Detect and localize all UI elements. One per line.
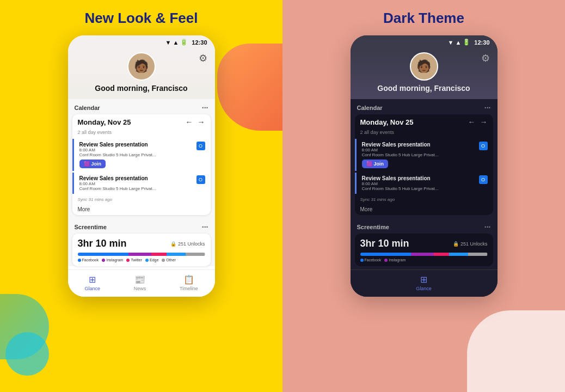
screentime-time-dark: 3hr 10 min [360, 238, 409, 249]
prev-arrow-dark[interactable]: ← [468, 118, 476, 126]
calendar-date-row-dark: Monday, Nov 25 ← → [355, 114, 493, 130]
greeting-light: Good morning, Francisco [95, 84, 187, 93]
ig-label-dark: Instagram [389, 258, 406, 262]
ed-dot [145, 259, 149, 262]
event-2-time-light: 8:00 AM [79, 181, 194, 186]
ed-label: Edge [150, 258, 158, 262]
glance-icon-light: ⊞ [89, 274, 96, 285]
battery-icon: 🔋 [180, 39, 188, 46]
nav-news-light[interactable]: 📰 News [134, 274, 146, 291]
screentime-label-dark: Screentime [357, 224, 389, 230]
event-1-title-light: Review Sales presentation [79, 142, 194, 148]
legend-ot-light: Other [162, 258, 176, 262]
event-1-light: Review Sales presentation 8:00 AM Conf R… [72, 139, 211, 171]
prev-arrow-light[interactable]: ← [186, 118, 193, 126]
calendar-section-header-light: Calendar ··· [68, 99, 215, 114]
next-arrow-light[interactable]: → [198, 118, 205, 126]
ig-progress [128, 253, 151, 256]
more-btn-light[interactable]: More [72, 204, 211, 215]
right-panel: Dark Theme ▼ ▲ 🔋 12:30 ⚙ 🧑🏾 Good morning… [282, 0, 565, 392]
next-arrow-dark[interactable]: → [480, 118, 488, 126]
progress-bar-dark [360, 253, 488, 256]
avatar-face-light: 🧑🏾 [128, 53, 155, 79]
status-bar-dark: ▼ ▲ 🔋 12:30 [351, 35, 498, 48]
settings-icon-dark[interactable]: ⚙ [481, 52, 490, 64]
lock-icon-dark: 🔒 [453, 241, 459, 247]
dark-phone: ▼ ▲ 🔋 12:30 ⚙ 🧑🏾 Good morning, Francisco… [351, 35, 498, 297]
calendar-subtitle-light: 2 all day events [72, 130, 211, 137]
nav-timeline-light[interactable]: 📋 Timeline [180, 274, 198, 291]
nav-glance-light[interactable]: ⊞ Glance [84, 274, 100, 291]
content-dark: Calendar ··· Monday, Nov 25 ← → 2 all da… [351, 99, 498, 266]
tw-progress-dark [434, 253, 449, 256]
screentime-card-dark: 3hr 10 min 🔒 251 Unlocks F [355, 234, 493, 266]
sync-text-dark: Sync 31 mins ago [355, 195, 493, 204]
tw-dot [126, 259, 130, 262]
outlook-icon-2-dark: O [479, 175, 488, 184]
join-btn-dark[interactable]: 🟪 Join [362, 160, 389, 168]
calendar-section-header-dark: Calendar ··· [351, 99, 498, 114]
legend-dark: Facebook Instagram [360, 258, 488, 262]
outlook-icon-1-dark: O [479, 142, 488, 150]
sync-text-light: Sync 31 mins ago [72, 195, 211, 204]
legend-fb-dark: Facebook [360, 258, 382, 262]
lock-icon-light: 🔒 [170, 241, 176, 247]
event-1-loc-dark: Conf Room Studio 5 Hub Large Privat... [362, 152, 477, 157]
left-panel: New Look & Feel ▼ ▲ 🔋 12:30 ⚙ 🧑🏾 Good mo… [0, 0, 282, 392]
screentime-section-header-dark: Screentime ··· [351, 218, 498, 234]
fb-progress [78, 253, 129, 256]
event-2-info-light: Review Sales presentation 8:00 AM Conf R… [79, 175, 194, 191]
event-2-loc-dark: Conf Room Studio 5 Hub Large Privat... [362, 186, 477, 191]
left-panel-title: New Look & Feel [84, 10, 198, 27]
screentime-section-header-light: Screentime ··· [68, 218, 215, 234]
event-2-info-dark: Review Sales presentation 8:00 AM Conf R… [362, 175, 477, 191]
join-label-dark: Join [374, 161, 384, 167]
calendar-label-light: Calendar [75, 105, 100, 111]
more-btn-dark[interactable]: More [355, 204, 493, 215]
event-1-dark: Review Sales presentation 8:00 AM Conf R… [355, 139, 493, 171]
outlook-icon-2-light: O [196, 175, 205, 184]
screentime-more-light[interactable]: ··· [202, 223, 208, 231]
event-2-loc-light: Conf Room Studio 5 Hub Large Privat... [79, 186, 194, 191]
calendar-more-dark[interactable]: ··· [484, 103, 491, 112]
teams-icon-dark: 🟪 [366, 161, 372, 167]
screentime-row-light: 3hr 10 min 🔒 251 Unlocks [78, 238, 205, 249]
calendar-card-dark: Monday, Nov 25 ← → 2 all day events Revi… [355, 114, 493, 215]
status-time-light: 12:30 [192, 39, 207, 46]
content-light: Calendar ··· Monday, Nov 25 ← → 2 all da… [68, 99, 215, 266]
event-1-title-dark: Review Sales presentation [362, 142, 477, 148]
join-label-light: Join [91, 161, 102, 167]
fb-label: Facebook [82, 258, 99, 262]
event-1-time-light: 8:00 AM [79, 148, 194, 152]
event-2-title-light: Review Sales presentation [79, 175, 194, 181]
glance-label-light: Glance [84, 286, 100, 291]
ig-dot-dark [384, 259, 388, 262]
status-time-dark: 12:30 [474, 39, 489, 46]
fb-label-dark: Facebook [365, 258, 382, 262]
bottom-nav-dark: ⊞ Glance [351, 270, 498, 297]
glance-icon-dark: ⊞ [420, 274, 427, 285]
join-btn-light[interactable]: 🟪 Join [79, 160, 106, 168]
teams-icon: 🟪 [84, 161, 90, 167]
event-1-loc-light: Conf Room Studio 5 Hub Large Privat... [79, 152, 194, 157]
ot-dot [162, 259, 165, 262]
phone-header-light: ⚙ 🧑🏾 Good morning, Francisco [68, 48, 215, 99]
tw-label: Twitter [131, 258, 142, 262]
nav-glance-dark[interactable]: ⊞ Glance [416, 274, 432, 291]
greeting-dark: Good morning, Francisco [377, 84, 470, 93]
event-2-light: Review Sales presentation 8:00 AM Conf R… [72, 173, 211, 194]
calendar-date-light: Monday, Nov 25 [78, 118, 131, 126]
legend-ig-light: Instagram [102, 258, 123, 262]
calendar-more-light[interactable]: ··· [202, 103, 208, 112]
news-icon-light: 📰 [134, 274, 145, 285]
ig-label: Instagram [106, 258, 123, 262]
calendar-nav-light[interactable]: ← → [186, 118, 205, 126]
screentime-more-dark[interactable]: ··· [484, 223, 491, 231]
fb-dot-dark [360, 259, 364, 262]
settings-icon-light[interactable]: ⚙ [199, 52, 207, 64]
progress-bar-light [78, 253, 205, 256]
calendar-nav-dark[interactable]: ← → [468, 118, 488, 126]
ot-label: Other [166, 258, 176, 262]
signal-icon-dark: ▲ [455, 39, 461, 46]
legend-ed-light: Edge [145, 258, 158, 262]
